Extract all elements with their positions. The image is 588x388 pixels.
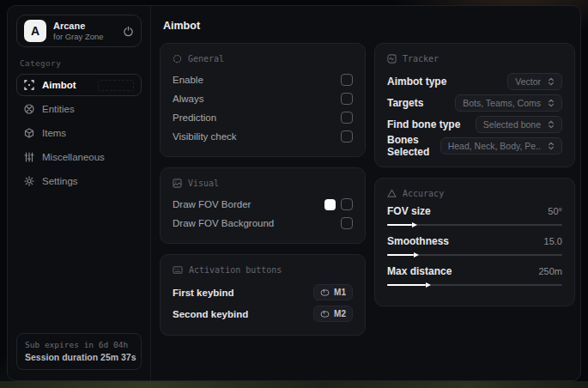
- power-icon[interactable]: [123, 26, 134, 37]
- aimbot-type-select[interactable]: Vector: [507, 73, 562, 90]
- accuracy-card: Accuracy FOV size 50° Smoothness 15.0: [374, 178, 575, 306]
- focus-icon: [173, 54, 182, 64]
- slider-fill: [387, 254, 414, 256]
- app-name: Arcane: [53, 21, 104, 32]
- toggle-row-draw-fov-background: Draw FOV Background: [173, 214, 353, 233]
- fov-border-color-swatch[interactable]: [324, 199, 336, 210]
- visual-card: Visual Draw FOV Border Draw FOV Backgrou…: [160, 167, 366, 244]
- toggle-row-visibility-check: Visibility check: [173, 127, 353, 146]
- visibility-check-checkbox[interactable]: [341, 130, 353, 142]
- chevrons-updown-icon: [548, 142, 555, 150]
- row-label: Always: [173, 94, 203, 104]
- prediction-checkbox[interactable]: [341, 112, 353, 124]
- row-label: Enable: [173, 75, 203, 85]
- card-title: Accuracy: [403, 189, 444, 198]
- crosshair-icon: [24, 80, 34, 90]
- activity-icon: [387, 54, 397, 64]
- sidebar-item-label: Entities: [42, 104, 75, 114]
- sidebar-item-entities[interactable]: Entities: [16, 98, 142, 120]
- row-label: Draw FOV Background: [173, 218, 274, 228]
- always-checkbox[interactable]: [341, 93, 353, 105]
- slider-fill: [387, 284, 426, 286]
- row-label: Prediction: [173, 112, 216, 123]
- select-value: Vector: [515, 76, 541, 87]
- row-label: Targets: [387, 97, 423, 109]
- gear-icon: [24, 176, 34, 186]
- slider-label: Max distance: [387, 265, 452, 277]
- sidebar-item-items[interactable]: Items: [16, 122, 142, 144]
- smoothness-slider[interactable]: [387, 254, 562, 256]
- toggle-row-always: Always: [173, 89, 353, 108]
- card-title: Visual: [188, 179, 219, 188]
- sidebar-item-miscellaneous[interactable]: Miscellaneous: [16, 146, 142, 168]
- session-duration-text: Session duration 25m 37s: [25, 352, 133, 362]
- sub-expires-text: Sub expires in 6d 04h: [25, 340, 133, 349]
- keybind-value: M1: [334, 288, 346, 297]
- watermark: [98, 80, 134, 91]
- row-label: First keybind: [173, 288, 234, 298]
- draw-fov-border-checkbox[interactable]: [341, 198, 353, 210]
- select-row-bones-selected: Bones Selected Head, Neck, Body, Pe..: [387, 135, 562, 156]
- slider-row-smoothness: Smoothness 15.0: [387, 235, 562, 247]
- activation-buttons-card: Activation buttons First keybind M1: [160, 254, 366, 336]
- sidebar-item-settings[interactable]: Settings: [16, 170, 142, 192]
- radar-icon: [24, 104, 34, 114]
- row-label: Visibility check: [173, 131, 237, 142]
- card-title: General: [188, 54, 224, 64]
- select-row-aimbot-type: Aimbot type Vector: [387, 70, 562, 92]
- chevrons-updown-icon: [548, 99, 555, 107]
- mouse-icon: [320, 311, 330, 318]
- find-bone-type-select[interactable]: Selected bone: [476, 116, 562, 133]
- card-title: Tracker: [403, 54, 439, 64]
- sidebar-item-label: Miscellaneous: [42, 152, 105, 162]
- tracker-card: Tracker Aimbot type Vector Targets: [374, 43, 575, 167]
- second-keybind-button[interactable]: M2: [313, 306, 353, 322]
- toggle-row-enable: Enable: [173, 70, 353, 89]
- first-keybind-button[interactable]: M1: [313, 284, 353, 300]
- app-subtitle: for Gray Zone: [53, 32, 104, 41]
- slider-value: 15.0: [544, 236, 562, 246]
- chevrons-updown-icon: [548, 77, 555, 86]
- sidebar-item-label: Settings: [42, 176, 78, 186]
- sidebar-item-aimbot[interactable]: Aimbot: [16, 74, 142, 96]
- toggle-row-prediction: Prediction: [173, 108, 353, 127]
- bones-selected-select[interactable]: Head, Neck, Body, Pe..: [440, 137, 562, 155]
- enable-checkbox[interactable]: [341, 74, 353, 86]
- mouse-icon: [320, 289, 330, 296]
- max-distance-slider[interactable]: [387, 284, 562, 286]
- draw-fov-background-checkbox[interactable]: [341, 217, 353, 229]
- sidebar: A Arcane for Gray Zone Category Aimbot: [8, 6, 151, 380]
- image-icon: [173, 179, 182, 188]
- keybind-row-second: Second keybind M2: [173, 303, 353, 324]
- row-label: Draw FOV Border: [173, 199, 251, 209]
- app-logo: A: [24, 20, 46, 42]
- sidebar-item-label: Items: [42, 128, 66, 138]
- slider-fill: [387, 224, 412, 226]
- slider-value: 50°: [548, 206, 562, 216]
- targets-select[interactable]: Bots, Teams, Coms: [455, 94, 562, 112]
- general-card: General Enable Always Prediction: [160, 43, 366, 157]
- row-label: Second keybind: [173, 309, 248, 319]
- chevrons-updown-icon: [548, 120, 555, 129]
- app-window: A Arcane for Gray Zone Category Aimbot: [7, 5, 581, 381]
- keybind-row-first: First keybind M1: [173, 282, 353, 303]
- keyboard-icon: [173, 265, 183, 275]
- keybind-value: M2: [334, 309, 346, 318]
- row-label: Aimbot type: [387, 76, 446, 88]
- background-texture: [0, 381, 588, 388]
- triangle-icon: [387, 189, 397, 198]
- select-value: Selected bone: [483, 119, 541, 130]
- slider-label: Smoothness: [387, 235, 449, 247]
- card-title: Activation buttons: [189, 265, 282, 275]
- category-label: Category: [20, 58, 138, 68]
- slider-value: 250m: [538, 266, 562, 276]
- slider-row-max-distance: Max distance 250m: [387, 265, 562, 277]
- select-value: Head, Neck, Body, Pe..: [448, 141, 541, 151]
- fov-size-slider[interactable]: [387, 224, 562, 226]
- row-label: Bones Selected: [387, 134, 440, 158]
- slider-row-fov-size: FOV size 50°: [387, 205, 562, 217]
- row-label: Find bone type: [387, 118, 460, 130]
- toggle-row-draw-fov-border: Draw FOV Border: [173, 195, 353, 214]
- select-row-find-bone-type: Find bone type Selected bone: [387, 113, 562, 135]
- sidebar-item-label: Aimbot: [42, 80, 76, 90]
